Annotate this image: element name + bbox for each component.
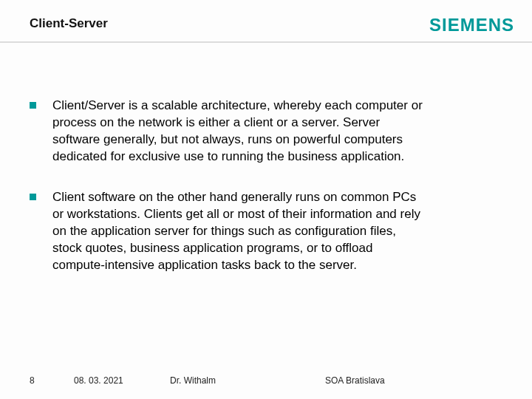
bullet-text: Client software on the other hand genera… (52, 189, 429, 274)
siemens-logo: SIEMENS (429, 15, 514, 35)
header-divider (0, 41, 532, 43)
bullet-item: Client software on the other hand genera… (30, 189, 429, 274)
slide-footer: 8 08. 03. 2021 Dr. Withalm SOA Bratislav… (0, 368, 532, 386)
square-bullet-icon (30, 102, 36, 109)
slide-body: Client/Server is a scalable architecture… (30, 98, 429, 297)
footer-author: Dr. Withalm (170, 375, 216, 386)
page-number: 8 (30, 375, 35, 386)
square-bullet-icon (30, 194, 36, 200)
bullet-text: Client/Server is a scalable architecture… (52, 98, 429, 166)
footer-event: SOA Bratislava (325, 375, 385, 386)
slide-title: Client-Server (30, 16, 108, 31)
bullet-item: Client/Server is a scalable architecture… (30, 98, 429, 166)
footer-date: 08. 03. 2021 (74, 375, 123, 386)
slide-header: Client-Server SIEMENS (0, 0, 532, 47)
